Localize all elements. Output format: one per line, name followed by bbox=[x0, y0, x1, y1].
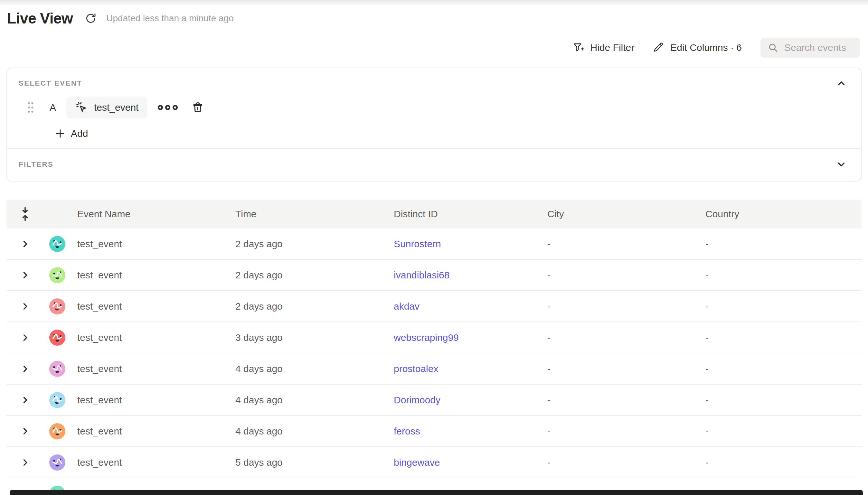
event-options-button[interactable] bbox=[157, 103, 178, 112]
filters-label: FILTERS bbox=[19, 160, 53, 169]
cell-country: - bbox=[705, 457, 862, 468]
distinct-id-link[interactable]: Dorimoody bbox=[394, 395, 440, 405]
cell-event-name: test_event bbox=[77, 270, 235, 281]
expand-filters-button[interactable] bbox=[835, 158, 848, 171]
cell-country: - bbox=[705, 426, 862, 437]
toolbar: Hide Filter Edit Columns · 6 bbox=[0, 27, 868, 58]
ellipsis-icon bbox=[157, 103, 178, 112]
cell-time: 4 days ago bbox=[235, 395, 394, 406]
table-row-prostoalex: test_event 4 days ago prostoalex - - bbox=[6, 353, 862, 385]
query-builder-panel: SELECT EVENT A bbox=[6, 68, 862, 182]
table-row-akdav: test_event 2 days ago akdav - - bbox=[6, 291, 862, 322]
chevron-right-icon bbox=[21, 395, 30, 405]
user-doodle-avatar[interactable] bbox=[49, 236, 65, 252]
cell-city: - bbox=[547, 395, 705, 406]
distinct-id-link[interactable]: prostoalex bbox=[394, 363, 438, 374]
delete-event-button[interactable] bbox=[191, 101, 204, 114]
cell-city: - bbox=[547, 238, 705, 250]
row-expander-button[interactable] bbox=[18, 237, 32, 251]
cell-city: - bbox=[547, 363, 705, 374]
distinct-id-link[interactable]: feross bbox=[394, 426, 420, 437]
user-doodle-avatar[interactable] bbox=[49, 455, 65, 471]
distinct-id-link[interactable]: Sunrostern bbox=[394, 238, 441, 249]
search-events-input[interactable] bbox=[784, 42, 853, 53]
edit-columns-button[interactable]: Edit Columns · 6 bbox=[653, 42, 742, 53]
table-header-row: Event Name Time Distinct ID City Country bbox=[6, 200, 862, 228]
cell-event-name: test_event bbox=[77, 395, 235, 406]
selected-event-label: test_event bbox=[94, 102, 138, 113]
cell-time: 5 days ago bbox=[235, 457, 394, 468]
distinct-id-link[interactable]: ivandiblasi68 bbox=[394, 270, 449, 280]
refresh-button[interactable] bbox=[84, 11, 98, 25]
cell-country: - bbox=[705, 363, 862, 374]
table-body: test_event 2 days ago Sunrostern - - bbox=[6, 228, 862, 495]
updated-status-text: Updated less than a minute ago bbox=[106, 13, 234, 23]
select-event-label: SELECT EVENT bbox=[19, 79, 82, 87]
cell-time: 2 days ago bbox=[235, 301, 394, 312]
hide-filter-button[interactable]: Hide Filter bbox=[573, 41, 634, 54]
selected-event-button[interactable]: test_event bbox=[66, 97, 148, 118]
table-row-webscraping99: test_event 3 days ago webscraping99 - - bbox=[6, 322, 862, 353]
column-header-country[interactable]: Country bbox=[705, 208, 862, 220]
chevron-right-icon bbox=[21, 271, 30, 280]
user-doodle-avatar[interactable] bbox=[49, 267, 65, 283]
column-header-time[interactable]: Time bbox=[235, 208, 394, 220]
collapse-all-rows-button[interactable] bbox=[17, 204, 33, 224]
chevron-right-icon bbox=[21, 239, 30, 249]
user-doodle-avatar[interactable] bbox=[49, 423, 65, 439]
chevron-right-icon bbox=[21, 427, 30, 436]
distinct-id-link[interactable]: bingewave bbox=[394, 457, 440, 468]
cell-event-name: test_event bbox=[77, 426, 235, 437]
collapse-select-event-button[interactable] bbox=[835, 76, 848, 90]
plus-icon bbox=[55, 128, 66, 139]
column-header-city[interactable]: City bbox=[547, 208, 705, 220]
row-expander-button[interactable] bbox=[18, 268, 32, 282]
user-doodle-avatar[interactable] bbox=[49, 298, 65, 314]
table-row-Dorimoody: test_event 4 days ago Dorimoody - - bbox=[6, 385, 862, 416]
filter-plus-icon bbox=[573, 41, 585, 54]
cell-event-name: test_event bbox=[77, 238, 235, 250]
cell-city: - bbox=[547, 426, 705, 437]
add-event-button[interactable]: Add bbox=[55, 128, 88, 139]
cell-time: 4 days ago bbox=[235, 426, 394, 437]
row-expander-button[interactable] bbox=[18, 424, 32, 438]
table-row-Sunrostern: test_event 2 days ago Sunrostern - - bbox=[6, 228, 862, 260]
row-expander-button[interactable] bbox=[18, 456, 32, 470]
chevron-down-icon bbox=[836, 159, 847, 170]
row-expander-button[interactable] bbox=[18, 393, 32, 407]
drag-handle-icon[interactable] bbox=[27, 100, 35, 115]
user-doodle-avatar[interactable] bbox=[49, 392, 65, 408]
cell-time: 2 days ago bbox=[235, 270, 394, 281]
distinct-id-link[interactable]: akdav bbox=[394, 301, 420, 311]
pencil-icon bbox=[653, 42, 665, 53]
search-events-box[interactable] bbox=[761, 38, 860, 57]
cursor-click-icon bbox=[75, 101, 88, 114]
refresh-icon bbox=[84, 12, 97, 25]
distinct-id-link[interactable]: webscraping99 bbox=[394, 332, 459, 343]
chevron-right-icon bbox=[21, 458, 30, 467]
add-event-label: Add bbox=[71, 128, 88, 139]
cell-country: - bbox=[705, 301, 862, 312]
page-header: Live View Updated less than a minute ago bbox=[0, 0, 868, 27]
cell-event-name: test_event bbox=[77, 301, 235, 312]
column-header-distinct-id[interactable]: Distinct ID bbox=[394, 208, 547, 220]
cell-city: - bbox=[547, 457, 705, 468]
edit-columns-label: Edit Columns · 6 bbox=[670, 42, 742, 53]
table-row-bingewave: test_event 5 days ago bingewave - - bbox=[6, 447, 862, 478]
row-expander-button[interactable] bbox=[18, 330, 32, 345]
trash-icon bbox=[191, 101, 204, 114]
cell-city: - bbox=[547, 332, 705, 343]
user-doodle-avatar[interactable] bbox=[49, 329, 65, 346]
chevron-right-icon bbox=[21, 364, 30, 373]
cell-country: - bbox=[705, 332, 862, 343]
chevron-up-icon bbox=[836, 78, 847, 89]
column-header-event-name[interactable]: Event Name bbox=[77, 208, 235, 220]
table-row-ivandiblasi68: test_event 2 days ago ivandiblasi68 - - bbox=[6, 260, 862, 291]
user-doodle-avatar[interactable] bbox=[49, 361, 65, 377]
cell-event-name: test_event bbox=[77, 457, 235, 468]
row-expander-button[interactable] bbox=[18, 299, 32, 313]
chevron-right-icon bbox=[21, 333, 30, 342]
row-expander-button[interactable] bbox=[18, 362, 32, 376]
filters-section-header[interactable]: FILTERS bbox=[7, 149, 861, 181]
hide-filter-label: Hide Filter bbox=[591, 42, 634, 53]
